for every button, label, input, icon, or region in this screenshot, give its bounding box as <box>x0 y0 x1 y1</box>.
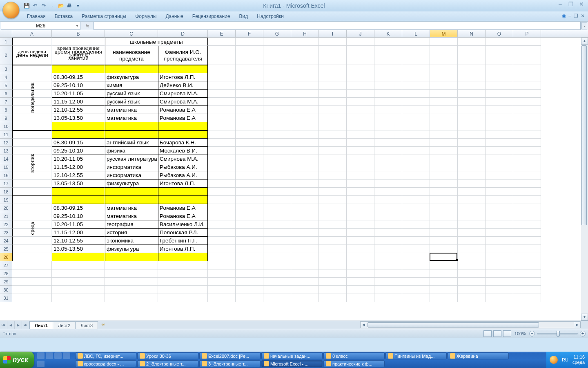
cell[interactable] <box>158 196 208 204</box>
cell[interactable]: информатика <box>105 171 158 180</box>
cell[interactable] <box>402 237 430 245</box>
cell[interactable]: физкультура <box>105 73 158 81</box>
cell[interactable] <box>291 253 319 261</box>
cell[interactable] <box>402 253 430 261</box>
cell[interactable] <box>236 147 263 155</box>
cell[interactable] <box>263 245 291 253</box>
row-header[interactable]: 8 <box>0 106 12 114</box>
cell[interactable] <box>12 98 52 106</box>
cell[interactable]: 08.30-09.15 <box>52 204 105 212</box>
cell[interactable]: Васильченко Л.И. <box>158 220 208 229</box>
cell[interactable] <box>208 204 236 212</box>
cell[interactable] <box>458 122 486 130</box>
cell[interactable] <box>263 196 291 204</box>
cell[interactable] <box>430 188 458 196</box>
cell[interactable] <box>402 180 430 188</box>
cell[interactable] <box>458 204 486 212</box>
cell[interactable] <box>347 114 374 122</box>
cell[interactable] <box>319 220 347 229</box>
cell[interactable] <box>430 38 458 46</box>
cell[interactable] <box>236 90 263 98</box>
cell[interactable] <box>12 204 52 212</box>
cell[interactable]: математика <box>105 106 158 114</box>
cell[interactable] <box>347 106 374 114</box>
cell[interactable] <box>486 204 513 212</box>
restore-icon[interactable]: ❐ <box>567 1 575 7</box>
cell[interactable] <box>208 261 236 269</box>
cell[interactable] <box>513 171 541 180</box>
cell[interactable] <box>513 204 541 212</box>
vscroll-thumb[interactable] <box>581 45 587 225</box>
row-header[interactable]: 15 <box>0 163 12 171</box>
cell[interactable] <box>263 38 291 46</box>
zoom-in-icon[interactable]: + <box>580 331 586 337</box>
cell[interactable]: Смирнова М.А. <box>158 155 208 163</box>
cell[interactable]: Романова Е.А <box>158 204 208 212</box>
row-header[interactable]: 12 <box>0 139 12 147</box>
cell[interactable]: день недели <box>12 46 52 65</box>
cell[interactable] <box>374 261 402 269</box>
cell[interactable] <box>236 98 263 106</box>
cell[interactable] <box>458 98 486 106</box>
cell[interactable] <box>12 212 52 220</box>
cell[interactable]: 10.20-11.05 <box>52 155 105 163</box>
cell[interactable] <box>263 278 291 286</box>
cell[interactable] <box>402 81 430 90</box>
cell[interactable] <box>291 180 319 188</box>
cell[interactable] <box>263 261 291 269</box>
cell[interactable] <box>236 65 263 73</box>
cell[interactable] <box>513 81 541 90</box>
cell[interactable] <box>513 278 541 286</box>
cell[interactable]: химия <box>105 81 158 90</box>
cell[interactable] <box>208 269 236 278</box>
column-header[interactable]: M <box>430 30 458 37</box>
cell[interactable] <box>347 294 374 302</box>
cell[interactable] <box>513 180 541 188</box>
cell[interactable] <box>319 294 347 302</box>
cell[interactable] <box>430 269 458 278</box>
cell[interactable] <box>52 269 105 278</box>
cell[interactable]: 13.05-13.50 <box>52 245 105 253</box>
cell[interactable] <box>374 294 402 302</box>
cell[interactable] <box>236 180 263 188</box>
cell[interactable] <box>374 122 402 130</box>
taskbar-item[interactable]: 3_Электронные т... <box>199 360 261 367</box>
column-header[interactable]: G <box>263 30 291 37</box>
cell[interactable] <box>12 122 52 130</box>
row-header[interactable]: 13 <box>0 147 12 155</box>
row-header[interactable]: 2 <box>0 46 12 65</box>
cell[interactable] <box>513 220 541 229</box>
cell[interactable] <box>430 220 458 229</box>
cell[interactable]: 08.30-09.15 <box>52 73 105 81</box>
cell[interactable] <box>486 188 513 196</box>
cell[interactable] <box>12 90 52 98</box>
cell[interactable] <box>291 294 319 302</box>
cell[interactable] <box>458 130 486 139</box>
cell[interactable] <box>319 139 347 147</box>
cell[interactable] <box>486 163 513 171</box>
cell[interactable] <box>430 286 458 294</box>
taskbar-item[interactable]: ЛВС, ГС, изернет... <box>75 352 136 359</box>
cell[interactable] <box>458 196 486 204</box>
cell[interactable] <box>208 139 236 147</box>
cell[interactable] <box>513 196 541 204</box>
sheet-prev-icon[interactable]: ◀ <box>7 321 15 329</box>
cell[interactable] <box>52 122 105 130</box>
row-header[interactable]: 14 <box>0 155 12 163</box>
cell[interactable] <box>458 253 486 261</box>
cell[interactable] <box>105 269 158 278</box>
cell[interactable] <box>236 245 263 253</box>
cell[interactable] <box>374 188 402 196</box>
cell[interactable] <box>291 245 319 253</box>
cell[interactable] <box>12 81 52 90</box>
cell[interactable]: наименование предмета <box>105 46 158 65</box>
cell[interactable] <box>291 65 319 73</box>
chevron-down-icon[interactable]: ▼ <box>76 24 79 28</box>
cell[interactable] <box>430 98 458 106</box>
cell[interactable] <box>319 38 347 46</box>
cell[interactable] <box>263 229 291 237</box>
column-header[interactable]: A <box>12 30 52 37</box>
cell[interactable] <box>208 163 236 171</box>
row-header[interactable]: 25 <box>0 245 12 253</box>
cell[interactable] <box>319 90 347 98</box>
